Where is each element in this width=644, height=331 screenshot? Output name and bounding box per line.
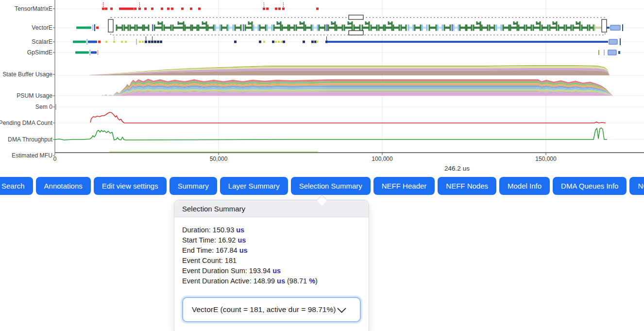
timeline-event[interactable]: [105, 8, 107, 10]
toolbar-button-selection-summary[interactable]: Selection Summary: [291, 177, 371, 195]
timeline-event[interactable]: [275, 8, 277, 10]
timeline-event[interactable]: [89, 50, 91, 55]
timeline-event[interactable]: [198, 8, 201, 10]
toolbar-button-neff-header[interactable]: NEFF Header: [373, 177, 435, 195]
timeline-event[interactable]: [154, 41, 156, 43]
timeline-event[interactable]: [121, 8, 124, 10]
timeline-event[interactable]: [157, 41, 159, 43]
selection-handle-top[interactable]: [349, 15, 363, 19]
timeline-event[interactable]: [275, 41, 277, 43]
timeline-event[interactable]: [151, 36, 153, 43]
timeline-event[interactable]: [98, 41, 101, 43]
timeline-event[interactable]: [234, 41, 237, 43]
timeline-chart[interactable]: 050,000100,000150,000246.2 usTensorMatri…: [0, 0, 644, 174]
track-label-psum-usage: PSUM Usage: [17, 92, 52, 99]
track-label-estimated-mfu: Estimated MFU: [12, 152, 52, 159]
timeline-event[interactable]: [609, 39, 618, 45]
timeline-event[interactable]: [181, 8, 184, 10]
timeline-event[interactable]: [88, 41, 97, 43]
timeline-event[interactable]: [316, 41, 318, 43]
timeline-event[interactable]: [259, 41, 261, 43]
toolbar-button-model-info[interactable]: Model Info: [499, 177, 550, 195]
timeline-event[interactable]: [86, 39, 88, 45]
timeline-event[interactable]: [139, 41, 141, 43]
timeline-event[interactable]: [272, 41, 274, 43]
timeline-event[interactable]: [92, 25, 94, 31]
toolbar-button-edit-view-settings[interactable]: Edit view settings: [94, 177, 167, 195]
timeline-event[interactable]: [316, 8, 319, 10]
timeline-event[interactable]: [76, 27, 91, 29]
chevron-down-icon: [338, 304, 346, 313]
timeline-event[interactable]: [144, 8, 147, 10]
timeline-event[interactable]: [125, 41, 127, 43]
timeline-event[interactable]: [620, 38, 621, 45]
timeline-event[interactable]: [102, 2, 104, 10]
timeline-event[interactable]: [266, 8, 269, 10]
timeline-event[interactable]: [145, 36, 147, 43]
toolbar-button-annotations[interactable]: Annotations: [36, 177, 91, 195]
timeline-event[interactable]: [126, 8, 129, 10]
timeline-event[interactable]: [610, 25, 621, 31]
timeline-event[interactable]: [618, 51, 620, 54]
timeline-event[interactable]: [263, 41, 265, 43]
timeline-event[interactable]: [73, 41, 86, 43]
timeline-event[interactable]: [131, 8, 134, 10]
timeline-event[interactable]: [281, 41, 283, 43]
summary-row: Event Duration Sum: 193.94 us: [182, 266, 361, 276]
timeline-event[interactable]: [161, 8, 163, 10]
timeline-event[interactable]: [138, 2, 141, 10]
timeline-event[interactable]: [121, 41, 123, 43]
timeline-event[interactable]: [94, 24, 95, 31]
toolbar-button-neff-nodes[interactable]: NEFF Nodes: [438, 177, 496, 195]
timeline-event[interactable]: [124, 8, 126, 10]
selection-handle-left[interactable]: [108, 19, 113, 32]
toolbar-button-dma-queues-info[interactable]: DMA Queues Info: [553, 177, 627, 195]
state-buffer-usage-area: [90, 65, 610, 75]
toolbar-button-summary[interactable]: Summary: [169, 177, 217, 195]
selection-handle-right[interactable]: [602, 19, 607, 32]
timeline-event[interactable]: [148, 41, 151, 43]
toolbar-button-layer-summary[interactable]: Layer Summary: [220, 177, 288, 195]
timeline-event[interactable]: [97, 50, 99, 55]
engine-select[interactable]: VectorE (count = 181, active dur = 98.71…: [182, 297, 361, 322]
timeline-event[interactable]: [129, 8, 131, 10]
timeline-event[interactable]: [622, 24, 623, 31]
timeline-event[interactable]: [136, 39, 137, 45]
timeline-event[interactable]: [608, 50, 617, 55]
timeline-event[interactable]: [604, 50, 605, 55]
timeline-event[interactable]: [303, 41, 305, 43]
timeline-event[interactable]: [91, 52, 97, 54]
timeline-event[interactable]: [278, 41, 280, 43]
timeline-event[interactable]: [278, 8, 281, 10]
timeline-event[interactable]: [283, 41, 285, 43]
track-label-vectore: VectorE: [32, 24, 52, 31]
timeline-event[interactable]: [105, 41, 107, 43]
timeline-event[interactable]: [119, 8, 121, 10]
selection-handle-bottom[interactable]: [349, 31, 363, 35]
pending-dma-count-line: [90, 112, 606, 123]
timeline-event[interactable]: [327, 41, 608, 43]
x-axis-tick-label: 0: [53, 156, 57, 162]
toolbar: SearchAnnotationsEdit view settingsSumma…: [0, 177, 644, 195]
psum-usage-area: [102, 79, 613, 96]
x-axis-tick-label: 100,000: [372, 156, 393, 162]
timeline-event[interactable]: [282, 2, 285, 10]
timeline-event[interactable]: [171, 8, 173, 10]
timeline-event[interactable]: [75, 52, 89, 54]
timeline-event[interactable]: [55, 104, 56, 110]
timeline-event[interactable]: [151, 8, 153, 10]
timeline-event[interactable]: [311, 41, 314, 43]
toolbar-button-search[interactable]: Search: [0, 177, 33, 195]
timeline-event[interactable]: [110, 8, 113, 10]
timeline-event[interactable]: [160, 41, 162, 43]
popup-body: Duration: 150.93 usStart Time: 16.92 usE…: [174, 217, 369, 331]
timeline-event[interactable]: [113, 36, 115, 43]
timeline-event[interactable]: [167, 8, 169, 10]
timeline-event[interactable]: [142, 41, 144, 43]
timeline-event[interactable]: [263, 2, 265, 10]
timeline-event[interactable]: [190, 8, 192, 10]
timeline-event[interactable]: [598, 50, 599, 55]
timeline-event[interactable]: [96, 27, 99, 29]
toolbar-button-nc-memory[interactable]: NC Memory: [629, 177, 644, 195]
timeline-event[interactable]: [134, 8, 136, 10]
